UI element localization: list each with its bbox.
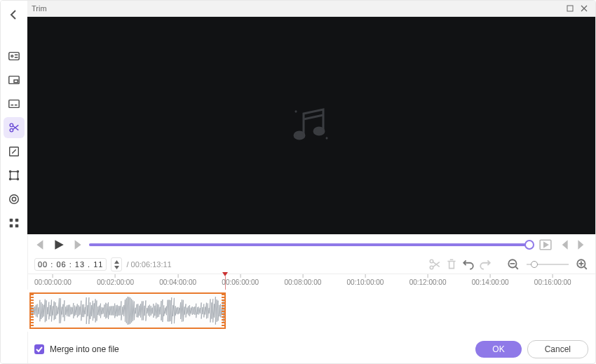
- timeline-ruler[interactable]: 00:00:00:0000:02:00:0000:04:00:0000:06:0…: [27, 274, 595, 290]
- sidebar-tool-effects[interactable]: [4, 189, 25, 210]
- ok-button[interactable]: OK: [475, 341, 521, 358]
- spinner-up[interactable]: [111, 259, 121, 264]
- sidebar-tool-grid[interactable]: [4, 213, 25, 234]
- maximize-button[interactable]: [563, 2, 577, 15]
- ruler-tick: 00:02:00:00: [97, 274, 134, 286]
- svg-point-11: [10, 178, 11, 180]
- prev-step-button[interactable]: [34, 238, 47, 251]
- sidebar: [1, 1, 28, 364]
- sidebar-tool-resize[interactable]: [4, 141, 25, 162]
- total-timecode: / 00:06:13:11: [126, 260, 171, 269]
- ruler-tick: 00:12:00:00: [409, 274, 447, 286]
- svg-point-20: [294, 132, 304, 139]
- redo-button[interactable]: [479, 258, 492, 271]
- music-note-icon: [290, 104, 333, 147]
- titlebar: Trim: [27, 1, 595, 17]
- next-step-button[interactable]: [71, 238, 83, 251]
- svg-rect-18: [15, 224, 19, 228]
- main-panel: Trim: [27, 1, 595, 363]
- footer: Merge into one file OK Cancel: [34, 339, 588, 359]
- zoom-slider[interactable]: [527, 264, 569, 265]
- svg-point-24: [430, 259, 433, 263]
- zoom-out-button[interactable]: [507, 258, 520, 271]
- clip-handle-left[interactable]: [30, 294, 34, 328]
- svg-point-14: [12, 197, 15, 201]
- ruler-tick: 00:00:00:00: [34, 274, 72, 286]
- svg-point-10: [17, 171, 18, 173]
- playback-bar: [27, 234, 595, 255]
- ruler-tick: 00:08:00:00: [284, 274, 321, 286]
- window-title: Trim: [32, 4, 563, 13]
- clip-handle-right[interactable]: [222, 294, 225, 328]
- sidebar-tool-trim[interactable]: [4, 117, 25, 138]
- svg-rect-8: [11, 172, 18, 180]
- audio-clip[interactable]: [29, 292, 226, 329]
- sidebar-tool-crop[interactable]: [4, 165, 25, 186]
- svg-rect-17: [10, 224, 13, 228]
- svg-point-9: [10, 171, 11, 173]
- svg-rect-19: [567, 6, 573, 11]
- delete-button[interactable]: [445, 258, 458, 271]
- zoom-knob[interactable]: [531, 261, 538, 268]
- close-button[interactable]: [577, 2, 591, 15]
- merge-label: Merge into one file: [50, 344, 119, 354]
- app-window: Trim: [0, 0, 596, 364]
- svg-rect-3: [14, 80, 18, 83]
- svg-rect-16: [15, 219, 19, 222]
- svg-rect-4: [9, 100, 19, 108]
- next-frame-button[interactable]: [576, 238, 588, 251]
- svg-point-13: [10, 195, 19, 204]
- timecode-row: 00 : 06 : 13 . 11 / 00:06:13:11: [27, 255, 595, 274]
- ruler-tick: 00:10:00:00: [347, 274, 384, 286]
- play-button[interactable]: [53, 238, 65, 251]
- back-button[interactable]: [4, 5, 24, 25]
- undo-button[interactable]: [462, 258, 475, 271]
- sidebar-tool-subtitle[interactable]: [4, 93, 25, 114]
- preview-area: [27, 17, 595, 234]
- ruler-tick: 00:06:00:00: [222, 274, 259, 286]
- ruler-tick: 00:04:00:00: [159, 274, 196, 286]
- play-in-screen-button[interactable]: [539, 238, 552, 251]
- waveform-track[interactable]: [27, 290, 595, 332]
- prev-frame-button[interactable]: [557, 238, 570, 251]
- ruler-tick: 00:14:00:00: [472, 274, 509, 286]
- seek-fill: [89, 243, 529, 246]
- spinner-down[interactable]: [111, 264, 121, 270]
- cancel-button[interactable]: Cancel: [527, 340, 588, 358]
- svg-point-23: [430, 266, 433, 269]
- merge-checkbox[interactable]: [34, 344, 44, 354]
- svg-point-12: [17, 178, 18, 180]
- svg-point-21: [314, 128, 324, 135]
- svg-rect-0: [9, 53, 19, 60]
- sidebar-tool-meta[interactable]: [4, 46, 25, 67]
- seek-knob[interactable]: [524, 240, 534, 250]
- zoom-in-button[interactable]: [576, 258, 588, 271]
- split-button[interactable]: [428, 258, 441, 271]
- svg-rect-15: [10, 219, 13, 222]
- ruler-tick: 00:16:00:00: [534, 274, 571, 286]
- svg-point-1: [11, 55, 13, 58]
- sidebar-tool-watermark[interactable]: [4, 69, 25, 90]
- current-timecode-input[interactable]: 00 : 06 : 13 . 11: [34, 258, 107, 271]
- seek-slider[interactable]: [89, 243, 534, 246]
- waveform: [31, 294, 224, 328]
- timecode-spinner[interactable]: [111, 257, 122, 271]
